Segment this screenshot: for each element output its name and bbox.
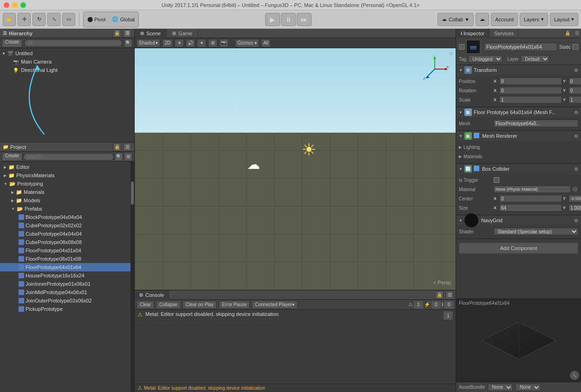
inspector-lock-icon[interactable]: 🔒 [563, 31, 572, 36]
clear-on-play-button[interactable]: Clear on Play [183, 301, 217, 309]
project-item-physics[interactable]: ▶ 📁 PhysicsMaterials [0, 171, 131, 180]
mesh-renderer-settings-icon[interactable]: ⚙ [574, 134, 578, 139]
hierarchy-search-input[interactable] [24, 39, 122, 47]
collapse-button[interactable]: Collapse [156, 301, 181, 309]
project-filter-icon[interactable]: ⚙ [124, 153, 132, 161]
lights-icon[interactable]: ☀ [175, 39, 184, 47]
mesh-value-input[interactable] [494, 120, 578, 127]
project-lock-icon[interactable]: 🔒 [113, 143, 121, 151]
mesh-renderer-toggle[interactable] [474, 133, 479, 138]
box-collider-toggle[interactable] [474, 166, 479, 171]
scene-settings-icon[interactable]: ⚙ [208, 39, 217, 47]
mesh-filter-settings-icon[interactable]: ⚙ [574, 110, 578, 115]
hierarchy-search-icon[interactable]: 🔍 [124, 39, 132, 47]
center-x-input[interactable] [499, 195, 562, 202]
transform-settings-icon[interactable]: ⚙ [574, 68, 578, 73]
box-collider-settings-icon[interactable]: ⚙ [574, 167, 578, 172]
mesh-renderer-header[interactable]: ▼ ▦ Mesh Renderer ⚙ [456, 131, 581, 141]
static-checkbox[interactable] [573, 44, 578, 50]
close-button[interactable] [4, 2, 9, 8]
project-item-models[interactable]: ▶ 📁 Models [0, 196, 131, 205]
project-item-pickup[interactable]: PickupPrototype [0, 305, 131, 313]
cloud-button[interactable]: ☁ [476, 13, 489, 26]
tag-dropdown[interactable]: Untagged [468, 55, 503, 63]
gizmos-dropdown[interactable]: Gizmos ▾ [235, 39, 259, 47]
viewport[interactable]: ✕ ☀ ☁ X Y Z [135, 48, 456, 290]
connected-player-button[interactable]: Connected Player ▾ [252, 301, 298, 309]
account-button[interactable]: Account [491, 13, 518, 26]
scrollbar-thumb[interactable] [131, 181, 134, 205]
project-search-icon[interactable]: 🔍 [115, 153, 123, 161]
project-item-cube04[interactable]: CubePrototype04x04x04 [0, 230, 131, 238]
shading-dropdown[interactable]: Shaded ▾ [137, 39, 160, 47]
scale-x-input[interactable] [499, 96, 562, 103]
project-item-prototyping[interactable]: ▼ 📂 Prototyping [0, 180, 131, 188]
rot-x-input[interactable] [499, 87, 562, 94]
audio-icon[interactable]: 🔊 [186, 39, 195, 47]
hierarchy-menu-icon[interactable]: ☰ [123, 29, 131, 38]
rotate-tool-button[interactable]: ↻ [33, 13, 46, 26]
navygrid-header[interactable]: ▼ NavyGrid ⚙ [456, 215, 581, 225]
project-item-cube08[interactable]: CubePrototype08x08x08 [0, 238, 131, 246]
preview-expand-icon[interactable]: ⤡ [570, 371, 579, 380]
size-y-input[interactable] [568, 204, 581, 212]
hierarchy-lock-icon[interactable]: 🔒 [113, 29, 121, 38]
scale-tool-button[interactable]: ⤡ [47, 13, 60, 26]
pivot-button[interactable]: ⬤ Pivot [85, 13, 108, 26]
scale-y-input[interactable] [568, 96, 581, 103]
is-trigger-checkbox[interactable] [494, 177, 499, 183]
hierarchy-item-camera[interactable]: 📷 Main Camera [0, 58, 134, 66]
maximize-button[interactable] [20, 2, 26, 8]
console-message-row[interactable]: ⚠ Metal: Editor support disabled, skippi… [135, 310, 456, 321]
material-picker-icon[interactable] [572, 186, 578, 193]
project-item-joinouter[interactable]: JoinOuterPrototype02x06x02 [0, 296, 131, 305]
hierarchy-root-scene[interactable]: ▼ 🎬 Untitled [0, 49, 134, 58]
mesh-filter-header[interactable]: ▼ ▦ Floor Prototype 64x01x64 (Mesh F... … [456, 107, 581, 117]
shader-dropdown[interactable]: Standard (Specular setup) [494, 228, 578, 235]
project-item-floor04[interactable]: FloorPrototype04x01x04 [0, 246, 131, 255]
hand-tool-button[interactable]: ✋ [3, 13, 16, 26]
tab-services[interactable]: Services [490, 29, 519, 38]
project-scrollbar[interactable] [131, 162, 134, 392]
layout-button[interactable]: Layout ▾ [550, 13, 578, 26]
transform-header[interactable]: ▼ ⊞ Transform ⚙ [456, 65, 581, 75]
pos-y-input[interactable] [568, 77, 581, 85]
inspector-menu-icon[interactable]: ☰ [573, 31, 581, 36]
rect-tool-button[interactable]: ▭ [62, 13, 75, 26]
materials-row[interactable]: ▶ Materials [459, 152, 578, 161]
add-component-button[interactable]: Add Component [459, 243, 578, 254]
play-button[interactable]: ▶ [265, 13, 280, 26]
2d-toggle[interactable]: 2D [162, 39, 173, 47]
rot-y-input[interactable] [568, 87, 581, 94]
tab-console[interactable]: Console [135, 290, 169, 300]
scene-camera-icon[interactable]: 📷 [219, 39, 228, 47]
project-item-joininner[interactable]: JoinInnerPrototype01x06x01 [0, 280, 131, 288]
center-y-input[interactable] [568, 195, 581, 202]
object-active-checkbox[interactable] [459, 44, 464, 50]
project-item-materials[interactable]: ▶ 📁 Materials [0, 188, 131, 196]
minimize-button[interactable] [12, 2, 18, 8]
size-x-input[interactable] [499, 204, 562, 212]
pos-x-input[interactable] [499, 77, 562, 85]
lighting-arrow[interactable]: ▶ [459, 145, 462, 149]
material-input[interactable] [494, 186, 571, 193]
fx-icon[interactable]: ✦ [197, 39, 206, 47]
project-item-block[interactable]: BlockPrototype04x04x04 [0, 213, 131, 221]
global-button[interactable]: 🌐 Global [109, 13, 137, 26]
box-collider-header[interactable]: ▼ ⬜ Box Collider ⚙ [456, 164, 581, 174]
project-item-house[interactable]: HousePrototype16x16x24 [0, 271, 131, 280]
layers-button[interactable]: Layers ▾ [520, 13, 548, 26]
layer-dropdown[interactable]: Default [521, 55, 549, 63]
hierarchy-item-light[interactable]: 💡 Directional Light [0, 66, 134, 74]
navygrid-settings-icon[interactable]: ⚙ [574, 218, 578, 223]
assetbundle-name-dropdown[interactable]: None [488, 384, 513, 391]
console-lock-icon[interactable]: 🔒 [435, 291, 444, 299]
project-item-joinmid[interactable]: JoinMidPrototype04x06x01 [0, 288, 131, 296]
move-tool-button[interactable]: ✛ [18, 13, 31, 26]
project-search-input[interactable] [23, 153, 114, 161]
tab-game[interactable]: Game [167, 29, 198, 38]
project-item-prefabs[interactable]: ▼ 📂 Prefabs [0, 205, 131, 213]
collab-button[interactable]: ☁ Collab ▼ [437, 13, 474, 26]
project-item-floor64[interactable]: FloorPrototype64x01x64 [0, 263, 131, 271]
project-menu-icon[interactable]: ☰ [123, 143, 131, 151]
